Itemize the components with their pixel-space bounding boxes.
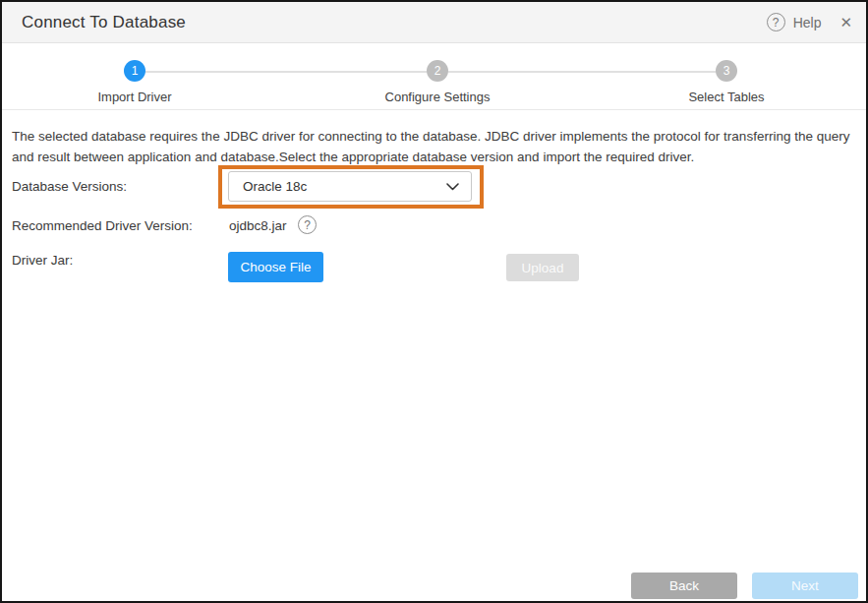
help-label: Help bbox=[793, 15, 822, 30]
jdbc-description-text: The selected database requires the JDBC … bbox=[12, 126, 859, 167]
database-versions-selected-value: Oracle 18c bbox=[243, 179, 307, 194]
close-icon[interactable]: ✕ bbox=[839, 15, 852, 30]
chevron-down-icon bbox=[446, 183, 459, 191]
upload-button[interactable]: Upload bbox=[506, 254, 579, 281]
step-2-circle: 2 bbox=[427, 60, 448, 82]
driver-info-tooltip-trigger[interactable]: ? bbox=[298, 215, 317, 234]
step-import-driver[interactable]: 1 Import Driver bbox=[56, 60, 213, 104]
step-3-label: Select Tables bbox=[688, 90, 764, 104]
choose-file-button[interactable]: Choose File bbox=[228, 252, 323, 282]
step-select-tables[interactable]: 3 Select Tables bbox=[648, 60, 805, 104]
step-1-label: Import Driver bbox=[97, 90, 171, 104]
help-question-icon: ? bbox=[767, 13, 785, 31]
back-button[interactable]: Back bbox=[631, 573, 737, 599]
next-button[interactable]: Next bbox=[752, 573, 858, 599]
step-2-label: Configure Settings bbox=[385, 90, 491, 104]
dialog-header: Connect To Database ? Help ✕ bbox=[2, 2, 866, 43]
step-3-circle: 3 bbox=[716, 60, 737, 82]
recommended-driver-value: ojdbc8.jar bbox=[229, 218, 287, 233]
question-circle-icon: ? bbox=[298, 215, 317, 234]
wizard-stepper: 1 Import Driver 2 Configure Settings 3 S… bbox=[2, 44, 866, 110]
database-versions-label: Database Versions: bbox=[12, 179, 127, 194]
driver-jar-label: Driver Jar: bbox=[12, 253, 73, 268]
step-configure-settings[interactable]: 2 Configure Settings bbox=[359, 60, 516, 104]
database-versions-select[interactable]: Oracle 18c bbox=[228, 171, 472, 202]
step-1-circle: 1 bbox=[124, 60, 145, 82]
recommended-driver-label: Recommended Driver Version: bbox=[12, 218, 193, 233]
connect-to-database-dialog: Connect To Database ? Help ✕ 1 Import Dr… bbox=[0, 0, 868, 603]
help-button[interactable]: ? Help bbox=[767, 13, 822, 31]
dialog-title: Connect To Database bbox=[22, 13, 186, 32]
header-actions: ? Help ✕ bbox=[767, 13, 852, 31]
